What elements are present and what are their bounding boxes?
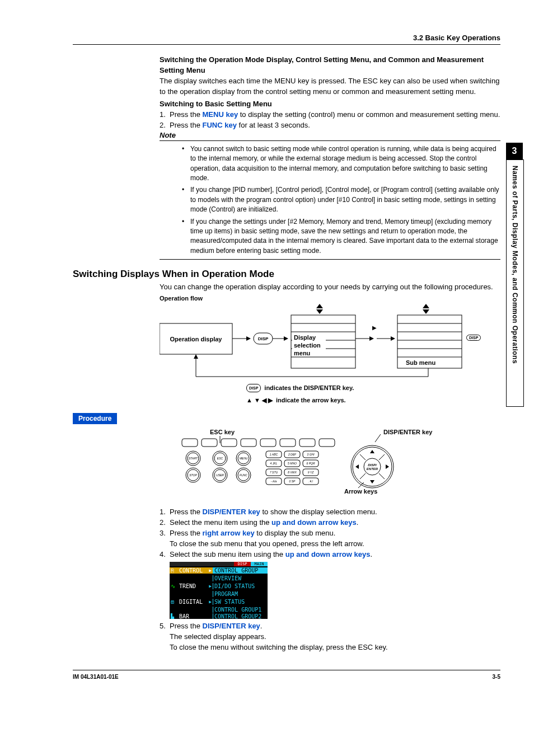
proc-step-4: 4. Select the sub menu item using the up… [160, 550, 500, 560]
menu-right-item: DI/DO STATUS [213, 583, 268, 589]
svg-text:ESC: ESC [217, 457, 223, 460]
svg-marker-24 [391, 336, 395, 341]
footer-right: 3-5 [493, 674, 500, 680]
proc-step-3: 3. Press the right arrow key to display … [160, 528, 500, 539]
arrows-icon: ▲ ▼ ◀ ▶ [246, 396, 273, 406]
svg-text:5 MNO: 5 MNO [288, 462, 297, 465]
note-label: Note [160, 131, 500, 141]
svg-text:DISP: DISP [258, 336, 269, 341]
svg-line-101 [360, 454, 366, 460]
svg-marker-20 [369, 336, 374, 341]
proc-step-2: 2. Select the menu item using the up and… [160, 518, 500, 528]
chevron-right-icon: ▶ [209, 584, 212, 589]
svg-text:6 PQR: 6 PQR [306, 462, 315, 465]
keypad-diagram: ESC key DISP/ENTER key START STOP ESC [160, 428, 500, 503]
menu-right-item: CONTROL GROUP [213, 567, 268, 574]
svg-point-98 [364, 458, 381, 475]
menu-right-item: OVERVIEW [213, 575, 268, 581]
svg-marker-18 [316, 309, 323, 314]
svg-line-45 [375, 434, 381, 442]
chapter-number: 3 [506, 143, 523, 159]
svg-text:9 YZ: 9 YZ [308, 471, 314, 474]
note-item: •You cannot switch to basic setting mode… [182, 144, 500, 184]
svg-marker-6 [284, 336, 288, 341]
chevron-right-icon: ▶ [209, 568, 212, 573]
digital-icon: ⊞ [171, 599, 177, 605]
menu-left-digital: ⊞DIGITAL▶ [170, 599, 213, 605]
softkey-row [182, 439, 335, 447]
svg-rect-48 [221, 439, 237, 447]
sec1-step-2: 2. Press the FUNC key for at least 3 sec… [160, 120, 500, 131]
note-list: •You cannot switch to basic setting mode… [182, 144, 500, 256]
svg-text:STOP: STOP [189, 473, 197, 477]
svg-text:- A/a: - A/a [271, 480, 277, 483]
svg-text:8 VWX: 8 VWX [288, 471, 297, 474]
disp-key-icon: DISP [246, 384, 261, 392]
menu-screenshot: DISP MAIN ⎘CONTROL▶ CONTROL GROUP OVERVI… [170, 562, 500, 619]
svg-rect-53 [319, 439, 335, 447]
page-footer: IM 04L31A01-01E 3-5 [73, 670, 500, 680]
up-down-keys-ref: up and down arrow keys [285, 550, 371, 558]
sec1-sub: Switching to Basic Setting Menu [160, 99, 500, 110]
svg-rect-47 [202, 439, 217, 447]
svg-text:DISP/: DISP/ [368, 463, 377, 467]
svg-text:DISP/ENTER key: DISP/ENTER key [383, 429, 433, 435]
note-item: •If you change [PID number], [Control pe… [182, 185, 500, 214]
flow-box1-text: Operation display [170, 336, 223, 342]
svg-text:2 DEF: 2 DEF [288, 453, 297, 456]
proc-step-1: 1. Press the DISP/ENTER key to show the … [160, 507, 500, 518]
menu-left-bar: ▙BAR [170, 613, 213, 619]
procedure-badge: Procedure [73, 413, 117, 424]
menu-right-item: CONTROL GROUP1 [213, 607, 268, 613]
func-key-ref: FUNC key [203, 121, 237, 129]
svg-marker-17 [316, 304, 323, 308]
note-end-rule [160, 259, 500, 260]
svg-marker-2 [246, 336, 251, 341]
svg-text:0 SP: 0 SP [289, 480, 296, 483]
proc-step-5b: The selected display appears. [170, 632, 500, 642]
proc-step-3b: To close the sub menu that you opened, p… [170, 539, 500, 550]
main-indicator: MAIN [251, 562, 268, 566]
svg-marker-105 [370, 450, 374, 453]
svg-rect-49 [241, 439, 256, 447]
svg-text:3 GHI: 3 GHI [307, 453, 315, 456]
svg-text:menu: menu [294, 350, 310, 356]
svg-text:MENU: MENU [240, 457, 248, 460]
svg-marker-107 [355, 464, 359, 469]
menu-right-item: CONTROL GROUP2 [213, 613, 268, 619]
bar-icon: ▙ [171, 613, 177, 619]
sec1-title: Switching the Operation Mode Display, Co… [160, 55, 500, 76]
disp-indicator: DISP [234, 562, 251, 566]
control-icon: ⎘ [171, 567, 177, 574]
svg-rect-50 [260, 439, 276, 447]
operation-flow-diagram: Operation display DISP Display selection… [160, 304, 500, 395]
svg-line-103 [360, 473, 366, 479]
legend-arrows: ▲ ▼ ◀ ▶ indicate the arrow keys. [246, 396, 500, 406]
svg-text:ENTER: ENTER [367, 467, 378, 471]
chapter-title-box: Names of Parts, Display Modes, and Commo… [506, 159, 524, 407]
disp-enter-key-ref: DISP/ENTER key [203, 622, 260, 630]
svg-text:START: START [189, 457, 198, 460]
sec2-intro: You can change the operation display acc… [160, 282, 500, 293]
menu-right-item: PROGRAM [213, 591, 268, 597]
svg-line-102 [379, 454, 385, 460]
sec1-para: The display switches each time the MENU … [160, 76, 500, 97]
svg-rect-46 [182, 439, 198, 447]
sec1-step-1: 1. Press the MENU key to display the set… [160, 110, 500, 120]
trend-icon: ∿ [171, 583, 177, 589]
svg-rect-52 [299, 439, 315, 447]
svg-text:Display: Display [294, 334, 316, 341]
svg-marker-108 [386, 464, 389, 469]
svg-rect-51 [280, 439, 296, 447]
svg-text:1 ABC: 1 ABC [270, 453, 278, 456]
svg-text:4 JKL: 4 JKL [270, 462, 278, 465]
svg-text:. #,!: . #,! [308, 480, 313, 483]
svg-text:Arrow keys: Arrow keys [344, 488, 377, 495]
chapter-tab: 3 Names of Parts, Display Modes, and Com… [506, 143, 523, 406]
right-key-ref: right arrow key [203, 529, 255, 537]
disp-enter-key-ref: DISP/ENTER key [203, 508, 260, 516]
svg-text:FUNC: FUNC [240, 473, 247, 477]
disp-key-icon: DISP [466, 335, 481, 341]
chapter-title: Names of Parts, Display Modes, and Commo… [511, 166, 519, 364]
svg-marker-106 [370, 480, 374, 483]
